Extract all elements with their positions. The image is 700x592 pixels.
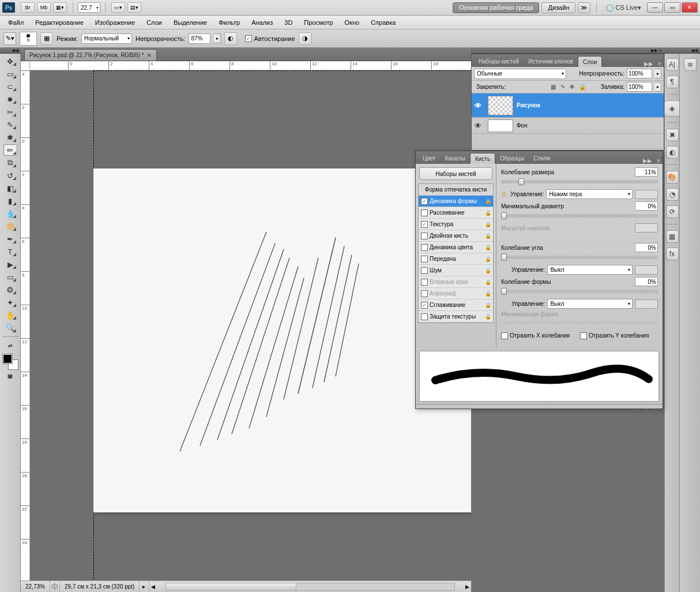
- angle-jitter-value[interactable]: 0%: [635, 243, 658, 252]
- workspace-essentials[interactable]: Основная рабочая среда: [453, 2, 540, 13]
- layers-collapse[interactable]: ▶▶ ≡: [471, 48, 664, 54]
- toolbox-collapse[interactable]: ◀◀: [0, 48, 21, 54]
- 3d-camera-tool[interactable]: ✦: [3, 297, 17, 308]
- min-diameter-value[interactable]: 0%: [635, 201, 658, 211]
- scroll-left-icon[interactable]: ◀: [149, 584, 157, 590]
- document-tab[interactable]: Рисунок 1.psd @ 22,7% (Рисунок, RGB/8) *…: [24, 49, 157, 61]
- quickselect-tool[interactable]: ✸: [3, 93, 17, 105]
- scroll-right-icon[interactable]: ▶: [463, 584, 471, 590]
- color-panel-icon[interactable]: 🎨: [666, 171, 679, 183]
- opacity-input[interactable]: 87%: [189, 33, 210, 44]
- canvas-page[interactable]: [93, 168, 471, 512]
- status-menu-icon[interactable]: ▸: [140, 581, 149, 592]
- history-brush-tool[interactable]: ↺: [3, 170, 17, 181]
- lock-icon[interactable]: 🔒: [485, 279, 491, 285]
- blur-tool[interactable]: 💧: [3, 208, 17, 219]
- flipx-checkbox[interactable]: [501, 332, 508, 339]
- size-jitter-value[interactable]: 11%: [635, 167, 658, 177]
- workspace-design[interactable]: Дизайн: [541, 2, 575, 13]
- close-button[interactable]: ✕: [682, 2, 698, 13]
- brush-opt-1[interactable]: Рассеивание🔒: [419, 207, 493, 219]
- panel-menu-icon[interactable]: ≡: [654, 158, 663, 164]
- healing-tool[interactable]: ✱: [3, 132, 17, 143]
- menu-Изображение[interactable]: Изображение: [89, 17, 141, 28]
- tablet-size-icon[interactable]: ◑: [299, 32, 311, 45]
- brush-opt-checkbox[interactable]: [421, 233, 428, 239]
- brush-opt-checkbox[interactable]: ✓: [421, 198, 428, 205]
- menu-Слои[interactable]: Слои: [141, 17, 168, 28]
- maximize-button[interactable]: ▭: [664, 2, 680, 13]
- ruler-vertical[interactable]: 42024681012141618202224: [21, 61, 30, 580]
- brush-opt-3[interactable]: Двойная кисть🔒: [419, 230, 493, 242]
- tab-brush[interactable]: Кисть: [470, 153, 495, 164]
- brush-opt-2[interactable]: ✓Текстура🔒: [419, 219, 493, 230]
- brush-presets-button[interactable]: Наборы кистей: [419, 167, 492, 180]
- minibridge-button[interactable]: Mb: [37, 2, 51, 13]
- layer-thumb[interactable]: [488, 119, 513, 132]
- menu-Файл[interactable]: Файл: [2, 17, 29, 28]
- eyedropper-tool[interactable]: ✎: [3, 119, 17, 130]
- brush-opt-checkbox[interactable]: [421, 209, 428, 216]
- lock-position-icon[interactable]: ✥: [570, 84, 574, 90]
- layer-opacity-input[interactable]: 100%: [627, 69, 652, 78]
- color-swatches[interactable]: [3, 354, 18, 369]
- panel-collapse-icon[interactable]: ▶▶: [642, 61, 656, 67]
- layer-name[interactable]: Рисунок: [517, 102, 540, 108]
- tab-channels[interactable]: Каналы: [440, 153, 470, 164]
- canvas-area[interactable]: [30, 70, 471, 580]
- layer-name[interactable]: Фон: [517, 122, 528, 129]
- roundness-control-combo[interactable]: Выкл: [547, 299, 633, 309]
- styles-panel-icon[interactable]: ⟳: [666, 205, 679, 218]
- lock-icon[interactable]: 🔒: [485, 245, 491, 250]
- min-diameter-slider[interactable]: [501, 214, 658, 218]
- nav-panel-icon[interactable]: ▦: [666, 230, 679, 243]
- brush-opt-checkbox[interactable]: ✓: [421, 221, 428, 228]
- toggle-preview-icon[interactable]: 👁: [631, 407, 638, 414]
- angle-jitter-slider[interactable]: [501, 256, 658, 259]
- char-panel-icon[interactable]: A|: [666, 58, 679, 71]
- tab-clone-source[interactable]: Источник клонов: [524, 56, 578, 67]
- roundness-jitter-value[interactable]: 0%: [635, 277, 658, 286]
- lock-icon[interactable]: 🔒: [485, 198, 491, 204]
- layer-opacity-popup[interactable]: ▸: [654, 69, 661, 78]
- layer-thumb[interactable]: [488, 96, 513, 115]
- lock-icon[interactable]: 🔒: [485, 222, 491, 227]
- extras-button[interactable]: ▤▾: [127, 2, 141, 13]
- lock-icon[interactable]: 🔒: [485, 256, 491, 262]
- brush-opt-checkbox[interactable]: [421, 244, 428, 251]
- lock-icon[interactable]: 🔒: [485, 210, 491, 216]
- auto-erase-checkbox[interactable]: ✓: [245, 35, 252, 42]
- lock-pixels-icon[interactable]: ✎: [560, 84, 565, 90]
- quickmask-button[interactable]: ◙: [3, 370, 17, 381]
- delete-preset-icon[interactable]: 🗑: [653, 407, 659, 414]
- tab-swatches[interactable]: Образцы: [495, 153, 529, 164]
- lock-all-icon[interactable]: 🔒: [579, 84, 586, 90]
- adjust-panel-icon[interactable]: ✖: [666, 129, 679, 141]
- minimize-button[interactable]: —: [647, 2, 663, 13]
- bridge-button[interactable]: Br: [21, 2, 35, 13]
- tab-layers[interactable]: Слои: [578, 56, 602, 67]
- layer-row[interactable]: 👁 Рисунок: [472, 93, 664, 118]
- fg-color[interactable]: [3, 354, 12, 364]
- status-zoom[interactable]: 22,73%: [21, 581, 50, 592]
- menu-Редактирование[interactable]: Редактирование: [29, 17, 89, 28]
- rightcol-collapse[interactable]: ◀◀: [664, 48, 700, 54]
- blend-mode-combo[interactable]: Нормальный: [81, 33, 132, 44]
- stamp-tool[interactable]: ⧉: [3, 157, 17, 168]
- lock-icon[interactable]: 🔒: [485, 233, 491, 239]
- pen-tool[interactable]: ✒: [3, 233, 17, 245]
- tool-indicator[interactable]: ✎▾: [3, 32, 16, 45]
- tab-styles[interactable]: Стили: [529, 153, 555, 164]
- brush-opt-10[interactable]: Защита текстуры🔒: [419, 311, 493, 323]
- brush-opt-9[interactable]: ✓Сглаживание🔒: [419, 299, 493, 311]
- menu-Выделение[interactable]: Выделение: [168, 17, 213, 28]
- brush-opt-checkbox[interactable]: ✓: [421, 302, 428, 309]
- ruler-horizontal[interactable]: 02468101214161820: [30, 61, 471, 70]
- brush-tip-shape[interactable]: Форма отпечатка кисти: [419, 184, 493, 196]
- brush-opt-5[interactable]: Передача🔒: [419, 253, 493, 265]
- lock-icon[interactable]: 🔒: [485, 314, 491, 320]
- new-preset-icon[interactable]: ▣: [642, 407, 648, 414]
- gradient-tool[interactable]: ▮: [3, 195, 17, 207]
- brush-opt-6[interactable]: Шум🔒: [419, 265, 493, 276]
- angle-control-combo[interactable]: Выкл: [547, 265, 633, 275]
